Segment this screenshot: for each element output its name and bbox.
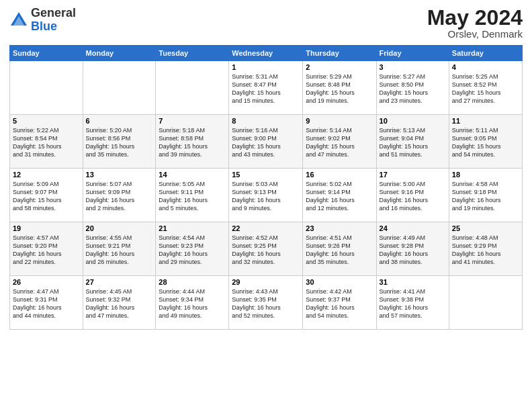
day-info: Sunrise: 4:54 AM Sunset: 9:23 PM Dayligh… [159,234,226,267]
day-number: 1 [232,63,300,71]
logo-blue: Blue [31,19,57,33]
logo-general: General [31,6,76,19]
day-info: Sunrise: 5:18 AM Sunset: 8:58 PM Dayligh… [159,126,226,159]
day-number: 27 [86,278,153,286]
calendar-cell [10,61,83,115]
calendar-week-5: 26Sunrise: 4:47 AM Sunset: 9:31 PM Dayli… [10,276,523,330]
day-number: 5 [13,117,80,125]
day-info: Sunrise: 4:44 AM Sunset: 9:34 PM Dayligh… [159,287,226,320]
logo-icon [9,11,28,30]
title-month: May 2024 [427,7,523,28]
day-number: 24 [380,224,446,232]
calendar-cell [449,276,522,330]
calendar-cell: 12Sunrise: 5:09 AM Sunset: 9:07 PM Dayli… [10,169,83,222]
day-info: Sunrise: 5:31 AM Sunset: 8:47 PM Dayligh… [232,73,300,105]
logo: General Blue [9,7,76,34]
calendar-cell: 15Sunrise: 5:03 AM Sunset: 9:13 PM Dayli… [229,169,303,222]
calendar-cell: 24Sunrise: 4:49 AM Sunset: 9:28 PM Dayli… [376,222,449,276]
calendar-cell: 22Sunrise: 4:52 AM Sunset: 9:25 PM Dayli… [229,222,303,276]
calendar-cell: 21Sunrise: 4:54 AM Sunset: 9:23 PM Dayli… [156,222,229,276]
day-number: 12 [13,171,80,179]
day-info: Sunrise: 5:29 AM Sunset: 8:48 PM Dayligh… [306,73,373,105]
calendar-cell: 30Sunrise: 4:42 AM Sunset: 9:37 PM Dayli… [303,276,376,330]
day-number: 10 [380,117,446,125]
calendar-header-wednesday: Wednesday [229,46,303,61]
calendar-cell: 5Sunrise: 5:22 AM Sunset: 8:54 PM Daylig… [10,115,83,169]
day-info: Sunrise: 5:07 AM Sunset: 9:09 PM Dayligh… [86,180,153,213]
day-number: 14 [159,171,226,179]
calendar-cell: 27Sunrise: 4:45 AM Sunset: 9:32 PM Dayli… [83,276,156,330]
calendar-cell: 9Sunrise: 5:14 AM Sunset: 9:02 PM Daylig… [303,115,376,169]
day-info: Sunrise: 4:55 AM Sunset: 9:21 PM Dayligh… [86,234,153,267]
calendar-cell: 7Sunrise: 5:18 AM Sunset: 8:58 PM Daylig… [156,115,229,169]
day-info: Sunrise: 5:16 AM Sunset: 9:00 PM Dayligh… [232,126,300,159]
calendar-week-3: 12Sunrise: 5:09 AM Sunset: 9:07 PM Dayli… [10,169,523,222]
calendar-table: SundayMondayTuesdayWednesdayThursdayFrid… [9,45,523,330]
day-number: 15 [232,171,300,179]
day-number: 29 [232,278,300,286]
calendar-header-saturday: Saturday [449,46,522,61]
title-block: May 2024 Orslev, Denmark [427,7,523,40]
day-info: Sunrise: 5:03 AM Sunset: 9:13 PM Dayligh… [232,180,300,213]
calendar-cell: 2Sunrise: 5:29 AM Sunset: 8:48 PM Daylig… [303,61,376,115]
day-number: 7 [159,117,226,125]
calendar-cell: 16Sunrise: 5:02 AM Sunset: 9:14 PM Dayli… [303,169,376,222]
day-info: Sunrise: 4:57 AM Sunset: 9:20 PM Dayligh… [13,234,80,267]
calendar-week-2: 5Sunrise: 5:22 AM Sunset: 8:54 PM Daylig… [10,115,523,169]
day-info: Sunrise: 5:22 AM Sunset: 8:54 PM Dayligh… [13,126,80,159]
header: General Blue May 2024 Orslev, Denmark [9,7,523,40]
day-info: Sunrise: 4:42 AM Sunset: 9:37 PM Dayligh… [306,287,373,320]
day-number: 23 [306,224,373,232]
day-number: 31 [380,278,446,286]
day-info: Sunrise: 4:47 AM Sunset: 9:31 PM Dayligh… [13,287,80,320]
calendar-header-friday: Friday [376,46,449,61]
day-info: Sunrise: 4:51 AM Sunset: 9:26 PM Dayligh… [306,234,373,267]
day-number: 9 [306,117,373,125]
calendar-cell: 18Sunrise: 4:58 AM Sunset: 9:18 PM Dayli… [449,169,522,222]
day-info: Sunrise: 5:14 AM Sunset: 9:02 PM Dayligh… [306,126,373,159]
calendar-cell: 23Sunrise: 4:51 AM Sunset: 9:26 PM Dayli… [303,222,376,276]
day-number: 30 [306,278,373,286]
day-number: 6 [86,117,153,125]
day-number: 26 [13,278,80,286]
day-info: Sunrise: 4:43 AM Sunset: 9:35 PM Dayligh… [232,287,300,320]
calendar-cell: 6Sunrise: 5:20 AM Sunset: 8:56 PM Daylig… [83,115,156,169]
title-location: Orslev, Denmark [427,28,523,40]
day-number: 20 [86,224,153,232]
calendar-week-4: 19Sunrise: 4:57 AM Sunset: 9:20 PM Dayli… [10,222,523,276]
calendar-header-sunday: Sunday [10,46,83,61]
day-info: Sunrise: 4:49 AM Sunset: 9:28 PM Dayligh… [380,234,446,267]
day-number: 28 [159,278,226,286]
day-number: 21 [159,224,226,232]
day-number: 22 [232,224,300,232]
calendar-header-thursday: Thursday [303,46,376,61]
day-info: Sunrise: 4:52 AM Sunset: 9:25 PM Dayligh… [232,234,300,267]
day-number: 8 [232,117,300,125]
day-number: 2 [306,63,373,71]
day-info: Sunrise: 4:58 AM Sunset: 9:18 PM Dayligh… [452,180,519,213]
calendar-cell: 1Sunrise: 5:31 AM Sunset: 8:47 PM Daylig… [229,61,303,115]
calendar-cell: 8Sunrise: 5:16 AM Sunset: 9:00 PM Daylig… [229,115,303,169]
day-info: Sunrise: 4:48 AM Sunset: 9:29 PM Dayligh… [452,234,519,267]
calendar-cell: 28Sunrise: 4:44 AM Sunset: 9:34 PM Dayli… [156,276,229,330]
day-number: 25 [452,224,519,232]
calendar-cell: 17Sunrise: 5:00 AM Sunset: 9:16 PM Dayli… [376,169,449,222]
calendar-cell: 13Sunrise: 5:07 AM Sunset: 9:09 PM Dayli… [83,169,156,222]
calendar-cell: 20Sunrise: 4:55 AM Sunset: 9:21 PM Dayli… [83,222,156,276]
calendar-header-row: SundayMondayTuesdayWednesdayThursdayFrid… [10,46,523,61]
day-info: Sunrise: 5:13 AM Sunset: 9:04 PM Dayligh… [380,126,446,159]
day-number: 16 [306,171,373,179]
calendar-cell: 10Sunrise: 5:13 AM Sunset: 9:04 PM Dayli… [376,115,449,169]
day-number: 17 [380,171,446,179]
calendar-cell: 29Sunrise: 4:43 AM Sunset: 9:35 PM Dayli… [229,276,303,330]
day-info: Sunrise: 5:05 AM Sunset: 9:11 PM Dayligh… [159,180,226,213]
calendar-cell: 19Sunrise: 4:57 AM Sunset: 9:20 PM Dayli… [10,222,83,276]
day-number: 13 [86,171,153,179]
calendar-cell: 4Sunrise: 5:25 AM Sunset: 8:52 PM Daylig… [449,61,522,115]
day-info: Sunrise: 5:09 AM Sunset: 9:07 PM Dayligh… [13,180,80,213]
day-info: Sunrise: 5:02 AM Sunset: 9:14 PM Dayligh… [306,180,373,213]
day-number: 3 [380,63,446,71]
calendar-cell [83,61,156,115]
calendar-cell: 3Sunrise: 5:27 AM Sunset: 8:50 PM Daylig… [376,61,449,115]
day-info: Sunrise: 5:00 AM Sunset: 9:16 PM Dayligh… [380,180,446,213]
